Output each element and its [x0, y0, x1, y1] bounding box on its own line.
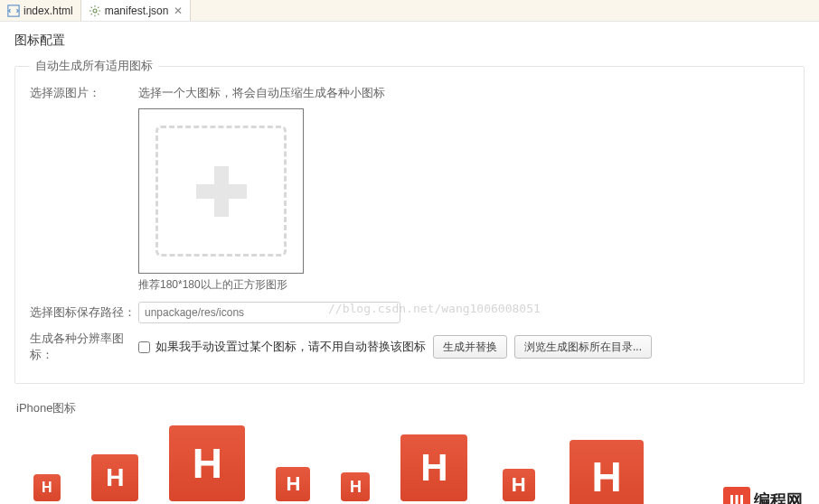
app-icon: H [169, 425, 245, 501]
source-image-label: 选择源图片： [30, 85, 138, 101]
icon-slot-57[interactable]: H 57*57 [341, 425, 370, 504]
app-icon: H [400, 434, 467, 501]
app-icon: H [341, 472, 370, 501]
section-title: 图标配置 [14, 29, 805, 58]
svg-point-1 [93, 8, 97, 12]
icon-slot-29[interactable]: H 29*29 [33, 425, 61, 504]
tab-manifest-json[interactable]: manifest.json ✕ [81, 0, 192, 21]
svg-rect-0 [8, 5, 19, 15]
browse-output-dir-button[interactable]: 浏览生成图标所在目录... [514, 335, 652, 359]
app-icon: H [91, 454, 138, 501]
icon-slot-80[interactable]: H 80*80 [276, 425, 310, 504]
icon-slot-120b[interactable]: H [570, 438, 644, 504]
source-image-hint: 选择一个大图标，将会自动压缩生成各种小图标 [138, 85, 385, 101]
save-path-label: 选择图标保存路径： [30, 304, 138, 321]
gear-icon [89, 5, 101, 17]
no-overwrite-text: 如果我手动设置过某个图标，请不用自动替换该图标 [155, 339, 426, 355]
dropzone-inner [155, 126, 287, 257]
save-path-input[interactable] [138, 302, 400, 323]
auto-generate-group: 自动生成所有适用图标 选择源图片： 选择一个大图标，将会自动压缩生成各种小图标 … [14, 58, 805, 384]
editor-tabs: index.html manifest.json ✕ [0, 0, 819, 22]
generate-label: 生成各种分辨率图标： [30, 331, 138, 363]
source-image-dropzone[interactable] [138, 108, 304, 274]
icon-slot-120a[interactable]: H 120*120 [498, 425, 539, 504]
app-icon: H [570, 440, 644, 504]
icon-slot-114[interactable]: H 114*114 [400, 425, 467, 504]
app-icon: H [503, 469, 535, 501]
tab-label: index.html [24, 5, 73, 17]
tab-index-html[interactable]: index.html [0, 0, 81, 21]
app-icon: H [276, 467, 310, 501]
plus-icon [196, 166, 247, 217]
icon-slot-58[interactable]: H 58*58 [91, 425, 138, 504]
group-legend: 自动生成所有适用图标 [30, 58, 158, 74]
iphone-icon-row: H 29*29 H 58*58 H 87*87 H 80*80 H 57*57 … [14, 420, 805, 504]
iphone-icons-title: iPhone图标 [16, 400, 805, 416]
icon-slot-87[interactable]: H 87*87 [169, 425, 245, 504]
no-overwrite-checkbox[interactable] [138, 341, 150, 353]
app-icon: H [33, 474, 61, 501]
close-icon[interactable]: ✕ [174, 5, 183, 17]
tab-label: manifest.json [105, 5, 169, 17]
generate-replace-button[interactable]: 生成并替换 [433, 335, 507, 359]
html-file-icon [7, 5, 20, 17]
recommend-text: 推荐180*180以上的正方形图形 [138, 277, 789, 293]
